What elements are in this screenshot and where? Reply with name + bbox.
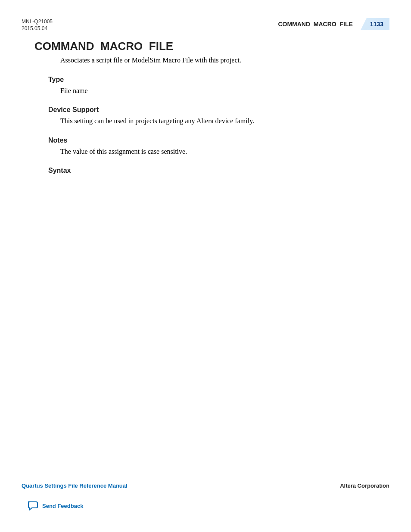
page-number-badge: 1133	[361, 18, 389, 30]
section-heading-notes: Notes	[22, 137, 389, 144]
section-body-notes: The value of this assignment is case sen…	[22, 147, 389, 156]
page-title: COMMAND_MACRO_FILE	[22, 40, 389, 53]
header-meta: MNL-Q21005 2015.05.04	[22, 18, 53, 32]
speech-bubble-icon	[27, 501, 38, 510]
header-right: COMMAND_MACRO_FILE 1133	[278, 18, 389, 30]
section-body-type: File name	[22, 86, 389, 96]
document-id: MNL-Q21005	[22, 18, 53, 25]
manual-title-link[interactable]: Quartus Settings File Reference Manual	[22, 482, 128, 489]
corporation-label: Altera Corporation	[340, 482, 389, 489]
send-feedback-label: Send Feedback	[42, 503, 83, 509]
send-feedback-link[interactable]: Send Feedback	[22, 501, 389, 510]
footer-row: Quartus Settings File Reference Manual A…	[22, 482, 389, 489]
page-description: Associates a script file or ModelSim Mac…	[22, 56, 389, 65]
document-date: 2015.05.04	[22, 25, 53, 32]
section-heading-syntax: Syntax	[22, 167, 389, 174]
section-heading-type: Type	[22, 76, 389, 84]
section-heading-device-support: Device Support	[22, 106, 389, 114]
page-footer: Quartus Settings File Reference Manual A…	[22, 482, 389, 510]
page-header: MNL-Q21005 2015.05.04 COMMAND_MACRO_FILE…	[22, 18, 389, 32]
section-body-device-support: This setting can be used in projects tar…	[22, 116, 389, 126]
header-command-label: COMMAND_MACRO_FILE	[278, 21, 360, 28]
